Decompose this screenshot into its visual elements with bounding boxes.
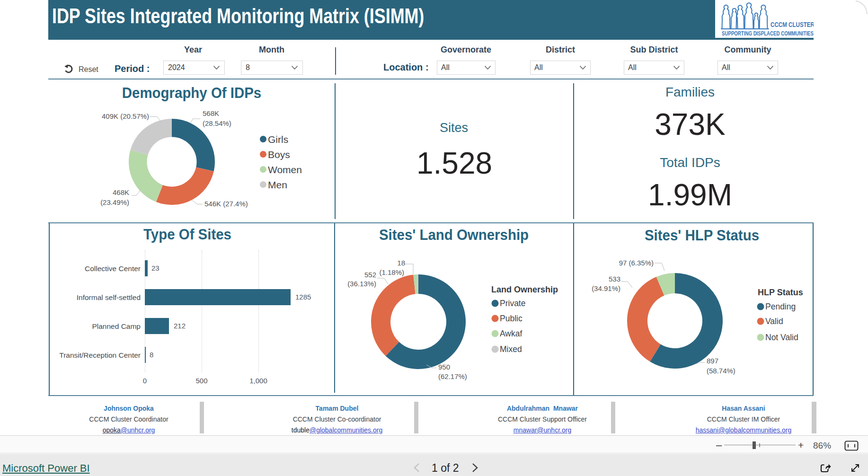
svg-text:SUPPORTING DISPLACED COMMUNITI: SUPPORTING DISPLACED COMMUNITIES bbox=[722, 30, 814, 37]
svg-text:CCCM CLUSTER: CCCM CLUSTER bbox=[771, 20, 814, 28]
